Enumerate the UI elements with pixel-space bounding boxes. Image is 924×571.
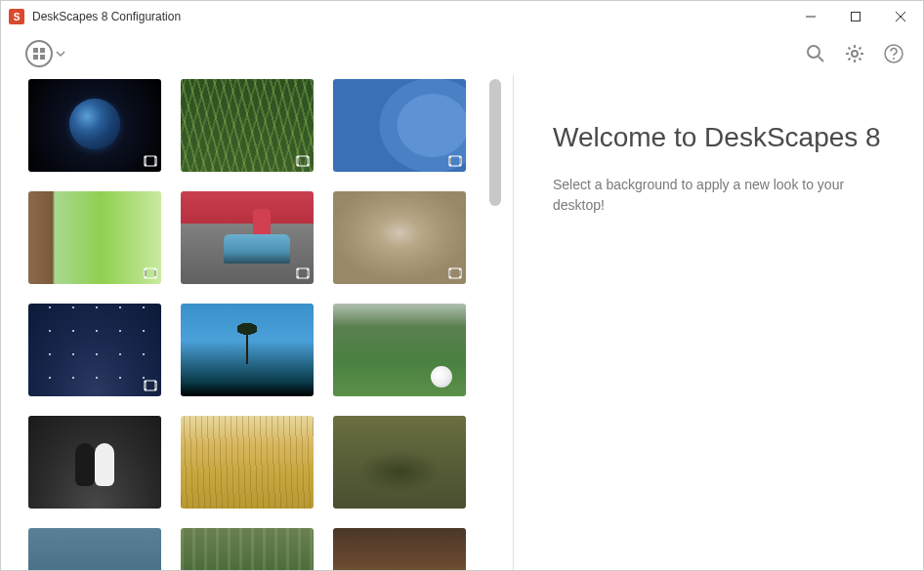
- welcome-title: Welcome to DeskScapes 8: [553, 122, 884, 153]
- scrollbar-thumb[interactable]: [489, 79, 501, 206]
- help-button[interactable]: [880, 40, 907, 67]
- gallery-thumb-misty-hills[interactable]: [28, 528, 161, 570]
- welcome-pane: Welcome to DeskScapes 8 Select a backgro…: [514, 75, 923, 570]
- svg-rect-3: [40, 48, 45, 53]
- gallery-thumb-sand-ripple[interactable]: [333, 191, 466, 284]
- gallery-thumb-floating-tree[interactable]: [181, 304, 314, 396]
- gallery-scroll: [28, 79, 509, 570]
- maximize-button[interactable]: [833, 1, 878, 32]
- gallery-thumb-pine-needles[interactable]: [181, 79, 314, 172]
- gallery-grid: [28, 79, 509, 570]
- welcome-text: Select a background to apply a new look …: [553, 175, 865, 216]
- maximize-icon: [851, 12, 861, 21]
- gallery-thumb-blue-ripples[interactable]: [333, 79, 466, 172]
- svg-rect-5: [40, 55, 45, 60]
- svg-point-1: [26, 41, 52, 66]
- titlebar: S DeskScapes 8 Configuration: [1, 1, 923, 32]
- help-icon: [884, 44, 903, 63]
- gallery-thumb-bark-leaf[interactable]: [28, 191, 161, 284]
- gallery-thumb-sunset-dark[interactable]: [333, 528, 466, 570]
- window-controls: [788, 1, 923, 32]
- svg-rect-0: [852, 13, 861, 21]
- svg-rect-2: [33, 48, 38, 53]
- gallery-pane: [1, 75, 509, 570]
- svg-point-8: [885, 45, 903, 62]
- film-icon: [448, 154, 462, 168]
- gallery-thumb-forest-floor[interactable]: [333, 416, 466, 509]
- gallery-thumb-night-stars[interactable]: [28, 304, 161, 396]
- minimize-icon: [806, 12, 816, 21]
- svg-point-7: [852, 51, 858, 57]
- gear-icon: [845, 44, 864, 63]
- gallery-thumb-cats[interactable]: [28, 416, 161, 509]
- content: Welcome to DeskScapes 8 Select a backgro…: [1, 75, 923, 570]
- app-icon: S: [9, 9, 24, 24]
- gallery-thumb-green-forest[interactable]: [181, 528, 314, 570]
- view-mode-button[interactable]: [24, 39, 65, 68]
- svg-rect-4: [33, 55, 38, 60]
- film-icon: [448, 266, 462, 280]
- app-icon-letter: S: [14, 12, 21, 22]
- svg-point-6: [808, 46, 819, 58]
- close-icon: [896, 12, 905, 21]
- toolbar: [1, 32, 923, 75]
- search-icon: [806, 44, 825, 63]
- minimize-button[interactable]: [788, 1, 833, 32]
- film-icon: [296, 266, 310, 280]
- svg-point-9: [893, 58, 895, 60]
- gallery-thumb-classic-car[interactable]: [181, 191, 314, 284]
- window-title: DeskScapes 8 Configuration: [32, 10, 788, 23]
- film-icon: [296, 154, 310, 168]
- gallery-thumb-earth[interactable]: [28, 79, 161, 172]
- film-icon: [144, 379, 157, 392]
- film-icon: [144, 266, 157, 280]
- settings-button[interactable]: [841, 40, 868, 67]
- close-button[interactable]: [878, 1, 923, 32]
- gallery-thumb-wheat-field[interactable]: [181, 416, 314, 509]
- view-tiles-icon: [24, 39, 54, 68]
- gallery-thumb-golf-ball[interactable]: [333, 304, 466, 396]
- search-button[interactable]: [802, 40, 829, 67]
- film-icon: [144, 154, 157, 168]
- chevron-down-icon: [56, 49, 65, 59]
